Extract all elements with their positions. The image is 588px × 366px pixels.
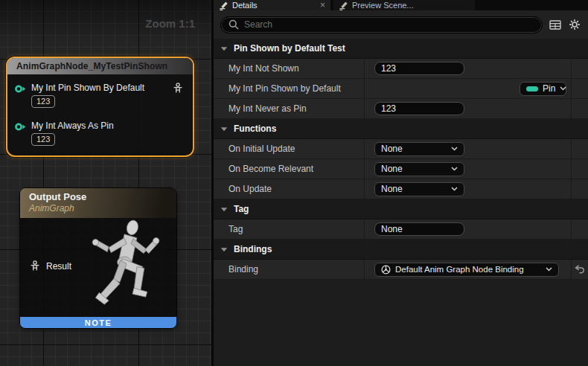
details-toolbar — [214, 10, 588, 39]
int-pin-icon[interactable] — [14, 84, 27, 94]
collapse-arrow-icon[interactable] — [220, 247, 228, 252]
anim-graph-test-node[interactable]: AnimGraphNode_MyTestPinShown My Int Pin … — [6, 57, 194, 157]
section-header-tag[interactable]: Tag — [214, 199, 588, 219]
section-title: Tag — [234, 204, 249, 214]
node-title: Output Pose — [29, 191, 176, 203]
table-grid-icon — [549, 20, 561, 30]
dropdown-value: Pin — [543, 83, 555, 94]
property-label: My Int Not Shown — [214, 59, 365, 78]
collapse-arrow-icon[interactable] — [220, 46, 228, 51]
result-pin-row[interactable]: Result — [30, 260, 71, 272]
on-update-dropdown[interactable]: None — [374, 182, 464, 196]
dropdown-value: None — [381, 164, 403, 174]
note-banner[interactable]: NOTE — [20, 317, 176, 328]
search-icon — [229, 19, 239, 30]
collapse-arrow-icon[interactable] — [220, 207, 228, 212]
gear-icon — [569, 19, 581, 30]
node-subtitle: AnimGraph — [29, 203, 176, 214]
property-row: On Initial Update None — [214, 139, 588, 159]
section-title: Bindings — [234, 244, 272, 254]
on-become-relevant-dropdown[interactable]: None — [374, 162, 464, 176]
details-panel: Details × Preview Scene... — [214, 0, 588, 366]
section-header-pin-shown[interactable]: Pin Shown by Default Test — [214, 39, 588, 59]
my-int-not-shown-input[interactable] — [374, 62, 464, 75]
property-label: Tag — [214, 219, 365, 239]
pin-mode-dropdown[interactable]: Pin — [520, 82, 566, 96]
property-label: On Update — [214, 179, 365, 199]
pin-default-value-box[interactable]: 123 — [31, 95, 55, 108]
unreal-anim-blueprint-editor: Zoom 1:1 AnimGraphNode_MyTestPinShown My… — [0, 0, 588, 366]
pin-row: My Int Always As Pin 123 — [14, 121, 193, 146]
close-icon[interactable]: × — [320, 1, 325, 9]
property-row: Tag — [214, 219, 588, 240]
node-title-bar[interactable]: Output Pose AnimGraph — [20, 188, 176, 218]
property-label: My Int Never as Pin — [214, 99, 365, 118]
pin-label: My Int Pin Shown By Default — [31, 83, 144, 93]
tab-details[interactable]: Details × — [214, 0, 330, 10]
my-int-never-as-pin-input[interactable] — [374, 102, 464, 115]
pose-pin-icon[interactable] — [30, 260, 40, 272]
property-label: On Initial Update — [214, 139, 365, 158]
search-box[interactable] — [220, 16, 543, 33]
zoom-indicator: Zoom 1:1 — [145, 17, 195, 30]
section-header-bindings[interactable]: Bindings — [214, 240, 588, 260]
tag-input[interactable] — [374, 222, 464, 236]
reset-to-default-icon[interactable] — [575, 265, 585, 274]
graph-canvas[interactable]: Zoom 1:1 AnimGraphNode_MyTestPinShown My… — [0, 0, 211, 366]
pin-default-value-box[interactable]: 123 — [31, 133, 55, 146]
pin-row: My Int Pin Shown By Default 123 — [14, 83, 193, 108]
pin-label: My Int Always As Pin — [31, 121, 114, 131]
property-row: My Int Not Shown — [214, 59, 588, 79]
section-title: Pin Shown by Default Test — [234, 43, 345, 54]
property-label: Binding — [214, 260, 365, 279]
section-title: Functions — [234, 123, 276, 134]
property-label: On Become Relevant — [214, 159, 365, 179]
binding-class-icon — [381, 265, 391, 274]
search-input[interactable] — [244, 19, 534, 30]
property-row: On Update None — [214, 179, 588, 199]
chevron-down-icon — [451, 187, 458, 191]
tab-preview-scene[interactable]: Preview Scene... — [333, 0, 475, 10]
property-row: On Become Relevant None — [214, 159, 588, 179]
on-initial-update-dropdown[interactable]: None — [374, 142, 464, 156]
dropdown-value: Default Anim Graph Node Binding — [395, 265, 524, 274]
output-pose-node[interactable]: Output Pose AnimGraph — [20, 188, 176, 328]
collapse-arrow-icon[interactable] — [220, 126, 228, 132]
property-rows: Pin Shown by Default Test My Int Not Sho… — [214, 39, 588, 280]
property-row: Binding Default Anim Graph Node Binding — [214, 260, 588, 280]
note-text: NOTE — [85, 318, 112, 327]
property-label: My Int Pin Shown by Default — [214, 79, 365, 98]
chevron-down-icon — [451, 147, 458, 151]
pin-capsule-icon — [526, 86, 538, 92]
tab-bar: Details × Preview Scene... — [214, 0, 588, 10]
result-pin-label: Result — [46, 261, 71, 272]
tab-label: Preview Scene... — [352, 1, 414, 10]
chevron-down-icon — [451, 167, 458, 171]
pose-output-pin-icon[interactable] — [173, 83, 183, 94]
chevron-down-icon — [546, 267, 552, 272]
display-filter-button[interactable] — [549, 18, 562, 31]
node-title[interactable]: AnimGraphNode_MyTestPinShown — [7, 58, 193, 74]
dropdown-value: None — [381, 144, 403, 154]
property-row: My Int Pin Shown by Default Pin — [214, 79, 588, 99]
tab-label: Details — [232, 1, 258, 10]
dropdown-value: None — [381, 184, 403, 194]
chevron-down-icon — [560, 86, 566, 91]
details-tab-icon — [219, 1, 229, 10]
preview-scene-tab-icon — [339, 1, 348, 10]
binding-dropdown[interactable]: Default Anim Graph Node Binding — [374, 263, 559, 277]
settings-button[interactable] — [568, 18, 581, 31]
property-row: My Int Never as Pin — [214, 99, 588, 119]
running-mannequin-image — [78, 218, 175, 318]
int-pin-icon[interactable] — [14, 122, 27, 132]
details-empty-area — [214, 280, 588, 366]
section-header-functions[interactable]: Functions — [214, 119, 588, 139]
